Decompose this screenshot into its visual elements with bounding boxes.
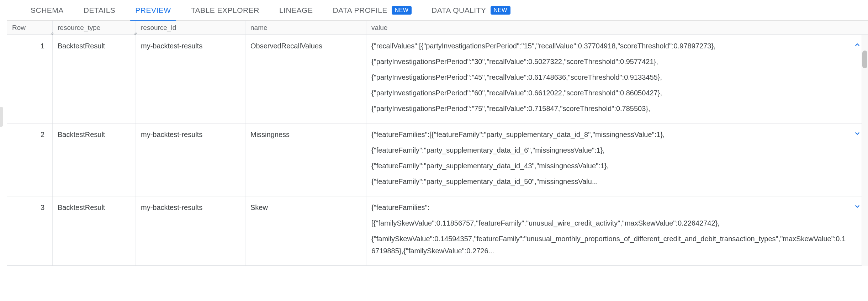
vertical-scrollbar-thumb[interactable] xyxy=(862,51,867,68)
tab-schema[interactable]: SCHEMA xyxy=(21,0,74,21)
value-line: {"featureFamily":"party_supplementary_da… xyxy=(371,175,847,188)
cell-resource-type: BacktestResult xyxy=(53,35,136,123)
cell-name: Skew xyxy=(245,196,366,265)
new-badge: NEW xyxy=(491,6,510,15)
tab-label: LINEAGE xyxy=(279,6,313,15)
cell-resource-id: my-backtest-results xyxy=(136,196,245,265)
value-line: {"featureFamilies":[{"featureFamily":"pa… xyxy=(371,128,847,141)
col-header-name[interactable]: name xyxy=(245,21,366,35)
tab-label: DATA QUALITY xyxy=(432,6,486,15)
chevron-up-icon[interactable] xyxy=(853,41,862,49)
tab-label: DATA PROFILE xyxy=(333,6,387,15)
col-header-resource-id-label: resource_id xyxy=(141,24,176,32)
cell-resource-id: my-backtest-results xyxy=(136,35,245,123)
col-header-resource-type-label: resource_type xyxy=(58,24,100,32)
cell-value: {"featureFamilies":[{"familySkewValue":0… xyxy=(366,196,868,265)
cell-value: {"recallValues":[{"partyInvestigationsPe… xyxy=(366,35,868,123)
col-header-name-label: name xyxy=(250,24,268,32)
cell-resource-id: my-backtest-results xyxy=(136,123,245,196)
cell-row-number: 3 xyxy=(7,196,53,265)
value-line: {"recallValues":[{"partyInvestigationsPe… xyxy=(371,40,847,52)
value-line: {"partyInvestigationsPerPeriod":"30","re… xyxy=(371,56,847,68)
table-header-row: Row resource_type resource_id name value xyxy=(7,21,868,35)
col-header-value-label: value xyxy=(371,24,387,32)
value-line: [{"familySkewValue":0.11856757,"featureF… xyxy=(371,217,847,229)
value-line: {"familySkewValue":0.14594357,"featureFa… xyxy=(371,233,847,257)
preview-table: Row resource_type resource_id name value xyxy=(7,21,868,266)
tab-lineage[interactable]: LINEAGE xyxy=(269,0,323,21)
cell-value: {"featureFamilies":[{"featureFamily":"pa… xyxy=(366,123,868,196)
col-header-row-label: Row xyxy=(12,24,26,32)
new-badge: NEW xyxy=(392,6,412,15)
table-row: 1BacktestResultmy-backtest-resultsObserv… xyxy=(7,35,868,123)
cell-name: Missingness xyxy=(245,123,366,196)
col-header-resource-type[interactable]: resource_type xyxy=(53,21,136,35)
cell-resource-type: BacktestResult xyxy=(53,123,136,196)
cell-row-number: 1 xyxy=(7,35,53,123)
tabs-bar: SCHEMADETAILSPREVIEWTABLE EXPLORERLINEAG… xyxy=(7,0,868,21)
col-header-value[interactable]: value xyxy=(366,21,868,35)
vertical-scrollbar-track[interactable] xyxy=(862,35,868,266)
cell-resource-type: BacktestResult xyxy=(53,196,136,265)
col-header-resource-id[interactable]: resource_id xyxy=(136,21,245,35)
table-row: 2BacktestResultmy-backtest-resultsMissin… xyxy=(7,123,868,196)
col-header-row[interactable]: Row xyxy=(7,21,53,35)
tab-preview[interactable]: PREVIEW xyxy=(125,0,181,21)
value-line: {"featureFamily":"party_supplementary_da… xyxy=(371,144,847,156)
tab-label: SCHEMA xyxy=(31,6,64,15)
table-row: 3BacktestResultmy-backtest-resultsSkew{"… xyxy=(7,196,868,266)
value-line: {"featureFamilies": xyxy=(371,201,847,213)
value-line: {"partyInvestigationsPerPeriod":"45","re… xyxy=(371,71,847,83)
tab-label: DETAILS xyxy=(84,6,115,15)
tab-label: PREVIEW xyxy=(135,6,171,15)
tab-label: TABLE EXPLORER xyxy=(191,6,259,15)
tab-data-profile[interactable]: DATA PROFILENEW xyxy=(323,0,422,21)
tab-data-quality[interactable]: DATA QUALITYNEW xyxy=(422,0,520,21)
panel-resize-handle[interactable] xyxy=(0,107,3,127)
tab-details[interactable]: DETAILS xyxy=(74,0,125,21)
chevron-down-icon[interactable] xyxy=(853,202,862,211)
value-line: {"featureFamily":"party_supplementary_da… xyxy=(371,160,847,172)
chevron-down-icon[interactable] xyxy=(853,129,862,138)
value-line: {"partyInvestigationsPerPeriod":"75","re… xyxy=(371,102,847,115)
tab-table-explorer[interactable]: TABLE EXPLORER xyxy=(181,0,269,21)
cell-row-number: 2 xyxy=(7,123,53,196)
value-line: {"partyInvestigationsPerPeriod":"60","re… xyxy=(371,87,847,99)
cell-name: ObservedRecallValues xyxy=(245,35,366,123)
